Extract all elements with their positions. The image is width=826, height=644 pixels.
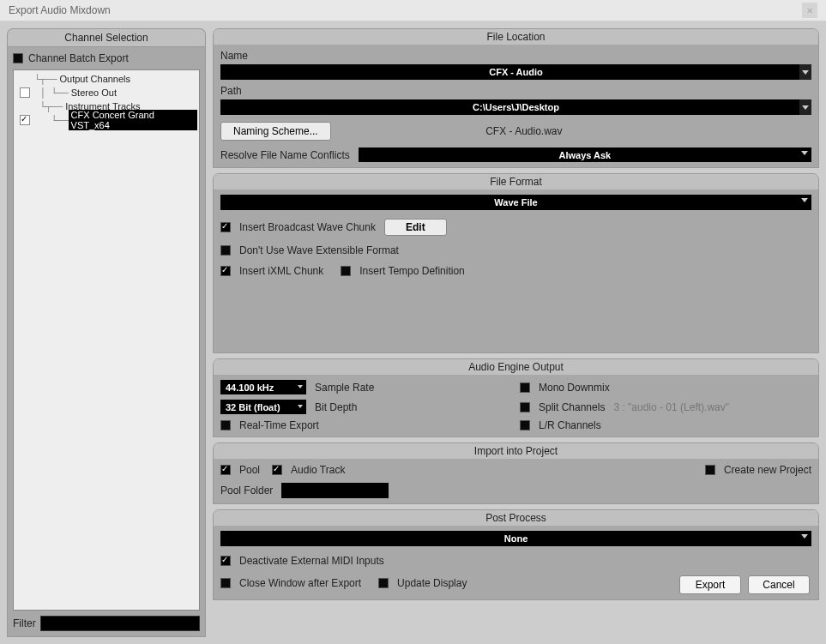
chevron-down-icon — [799, 99, 811, 115]
cfx-checkbox[interactable] — [20, 115, 30, 125]
edit-bwf-button[interactable]: Edit — [384, 219, 447, 236]
mono-downmix-checkbox[interactable] — [520, 382, 530, 393]
resolve-conflicts-label: Resolve File Name Conflicts — [220, 149, 350, 161]
deactivate-midi-checkbox[interactable] — [220, 556, 231, 566]
deactivate-midi-label: Deactivate External MIDI Inputs — [239, 555, 384, 567]
cancel-button[interactable]: Cancel — [748, 575, 810, 594]
bit-depth-label: Bit Depth — [315, 401, 357, 413]
split-channels-checkbox[interactable] — [520, 402, 530, 412]
update-display-label: Update Display — [397, 577, 467, 589]
file-format-dropdown[interactable]: Wave File — [220, 195, 811, 210]
pool-label: Pool — [239, 464, 260, 476]
channel-tree[interactable]: └┬── Output Channels │ └── Stereo Out └┬… — [13, 69, 200, 611]
pool-checkbox[interactable] — [220, 465, 231, 475]
channel-selection-header: Channel Selection — [7, 28, 206, 46]
split-naming-dropdown[interactable]: 3 : "audio - 01 (Left).wav" — [613, 401, 729, 413]
ixml-label: Insert iXML Chunk — [239, 265, 323, 277]
bit-depth-dropdown[interactable]: 32 Bit (float) — [220, 400, 306, 414]
name-label: Name — [220, 50, 811, 62]
sample-rate-dropdown[interactable]: 44.100 kHz — [220, 380, 306, 394]
window-title: Export Audio Mixdown — [9, 4, 802, 16]
close-window-checkbox[interactable] — [220, 578, 231, 588]
tree-node-cfx[interactable]: └── CFX Concert Grand VST_x64 — [15, 113, 197, 127]
broadcast-wave-checkbox[interactable] — [220, 222, 231, 232]
file-format-group: File Format Wave File Insert Broadcast W… — [213, 173, 819, 353]
import-project-header: Import into Project — [214, 443, 818, 459]
audio-track-checkbox[interactable] — [272, 465, 282, 475]
close-icon[interactable]: ✕ — [802, 3, 817, 18]
pool-folder-label: Pool Folder — [220, 485, 273, 497]
file-location-header: File Location — [214, 29, 818, 45]
channel-batch-export-checkbox[interactable] — [13, 53, 23, 63]
realtime-export-label: Real-Time Export — [239, 419, 319, 431]
close-window-label: Close Window after Export — [239, 577, 361, 589]
audio-engine-group: Audio Engine Output 44.100 kHz Sample Ra… — [213, 358, 819, 437]
split-channels-label: Split Channels — [539, 401, 605, 413]
chevron-down-icon — [298, 405, 303, 408]
file-location-group: File Location Name CFX - Audio Path C:\U… — [213, 28, 819, 168]
channel-selection-panel: Channel Selection Channel Batch Export └… — [7, 28, 206, 637]
post-process-dropdown[interactable]: None — [220, 531, 811, 546]
path-label: Path — [220, 85, 811, 97]
file-format-header: File Format — [214, 174, 818, 190]
chevron-down-icon — [801, 534, 808, 539]
import-project-group: Import into Project Pool Audio Track — [213, 442, 819, 504]
filter-label: Filter — [13, 617, 36, 629]
chevron-down-icon — [298, 385, 303, 388]
no-wave-extensible-checkbox[interactable] — [220, 245, 231, 256]
broadcast-wave-label: Insert Broadcast Wave Chunk — [239, 221, 376, 233]
create-new-project-label: Create new Project — [724, 464, 811, 476]
resolve-conflicts-dropdown[interactable]: Always Ask — [359, 147, 811, 162]
stereo-out-checkbox[interactable] — [20, 87, 30, 98]
sample-rate-label: Sample Rate — [315, 382, 374, 394]
post-process-header: Post Process — [214, 510, 818, 526]
lr-channels-checkbox[interactable] — [520, 420, 530, 430]
chevron-down-icon — [801, 198, 808, 202]
path-dropdown[interactable]: C:\Users\J\Desktop — [220, 99, 811, 115]
chevron-down-icon — [801, 151, 808, 155]
pool-folder-input[interactable] — [281, 483, 389, 498]
export-button[interactable]: Export — [679, 575, 741, 594]
post-process-group: Post Process None Deactivate External MI… — [213, 509, 819, 600]
window-titlebar: Export Audio Mixdown ✕ — [0, 0, 826, 21]
naming-scheme-button[interactable]: Naming Scheme... — [220, 122, 331, 141]
audio-track-label: Audio Track — [291, 464, 345, 476]
tempo-definition-checkbox[interactable] — [341, 266, 351, 276]
chevron-down-icon — [799, 64, 811, 80]
ixml-checkbox[interactable] — [220, 266, 231, 276]
channel-batch-export-label: Channel Batch Export — [28, 52, 129, 64]
filter-input[interactable] — [40, 616, 200, 631]
audio-engine-header: Audio Engine Output — [214, 359, 818, 375]
filename-preview: CFX - Audio.wav — [340, 125, 708, 137]
tree-node-output-channels[interactable]: └┬── Output Channels — [15, 72, 197, 86]
no-wave-extensible-label: Don't Use Wave Extensible Format — [239, 244, 399, 256]
name-dropdown[interactable]: CFX - Audio — [220, 64, 811, 80]
tree-node-stereo-out[interactable]: │ └── Stereo Out — [15, 86, 197, 99]
create-new-project-checkbox[interactable] — [705, 465, 715, 475]
mono-downmix-label: Mono Downmix — [539, 382, 610, 394]
tempo-definition-label: Insert Tempo Definition — [359, 265, 465, 277]
lr-channels-label: L/R Channels — [539, 419, 601, 431]
realtime-export-checkbox[interactable] — [220, 420, 231, 430]
update-display-checkbox[interactable] — [378, 578, 389, 588]
